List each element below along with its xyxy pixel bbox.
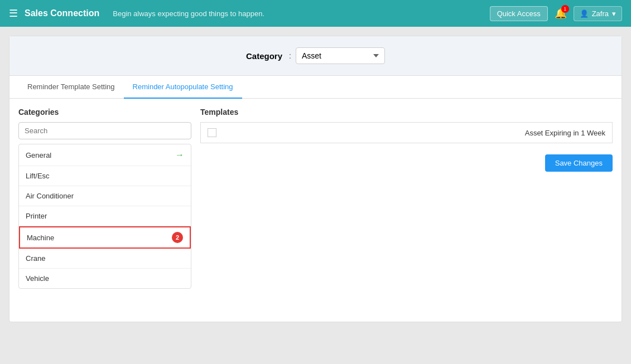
category-item-printer[interactable]: Printer [19, 206, 191, 226]
quick-access-button[interactable]: Quick Access [490, 6, 548, 21]
save-button-container: Save Changes [200, 149, 613, 172]
user-menu-button[interactable]: 👤 Zafra ▾ [574, 6, 622, 21]
category-badge: 2 [172, 232, 183, 243]
header-tagline: Begin always expecting good things to ha… [113, 9, 489, 18]
category-item-machine[interactable]: Machine 2 [19, 226, 191, 249]
categories-panel: Categories General → Lift/Esc Air Condit… [18, 108, 191, 313]
notification-badge: 1 [561, 5, 569, 13]
category-list: General → Lift/Esc Air Conditioner Print… [18, 144, 191, 289]
category-item-label: Air Conditioner [26, 192, 74, 200]
user-name: Zafra [592, 9, 609, 18]
category-item-general[interactable]: General → [19, 144, 191, 166]
category-item-label: General [26, 151, 51, 159]
category-item-label: Crane [26, 254, 45, 263]
template-row: Asset Expiring in 1 Week [200, 122, 613, 143]
menu-icon[interactable]: ☰ [9, 7, 18, 20]
category-item-air-conditioner[interactable]: Air Conditioner [19, 186, 191, 206]
notification-bell[interactable]: 🔔 1 [555, 7, 567, 20]
template-checkbox[interactable] [208, 128, 216, 137]
category-item-lift-esc[interactable]: Lift/Esc [19, 166, 191, 186]
category-item-vehicle[interactable]: Vehicle [19, 269, 191, 288]
category-item-label: Printer [26, 212, 47, 220]
content-area: Categories General → Lift/Esc Air Condit… [9, 99, 622, 322]
templates-panel-title: Templates [200, 108, 613, 117]
category-item-label: Vehicle [26, 274, 49, 283]
categories-panel-title: Categories [18, 108, 191, 117]
tab-reminder-template[interactable]: Reminder Template Setting [18, 76, 124, 99]
main-wrapper: Category : Asset General Lift/Esc Air Co… [0, 27, 631, 364]
app-header: ☰ Sales Connection Begin always expectin… [0, 0, 631, 27]
category-colon: : [289, 51, 291, 60]
app-logo: Sales Connection [25, 8, 99, 18]
save-changes-button[interactable]: Save Changes [545, 154, 613, 172]
category-label: Category [246, 51, 282, 61]
tab-reminder-autopopulate[interactable]: Reminder Autopopulate Setting [124, 76, 242, 99]
header-right: Quick Access 🔔 1 👤 Zafra ▾ [490, 6, 622, 21]
templates-panel: Templates Asset Expiring in 1 Week Save … [200, 108, 613, 313]
category-item-label: Lift/Esc [26, 172, 50, 180]
main-card: Category : Asset General Lift/Esc Air Co… [9, 36, 622, 322]
category-item-crane[interactable]: Crane [19, 249, 191, 269]
tabs-bar: Reminder Template Setting Reminder Autop… [9, 76, 622, 99]
category-selector: Category : Asset General Lift/Esc Air Co… [9, 36, 622, 76]
user-icon: 👤 [580, 9, 589, 18]
category-item-label: Machine [27, 234, 54, 242]
arrow-right-icon: → [175, 150, 184, 160]
template-name: Asset Expiring in 1 Week [525, 129, 605, 137]
search-input[interactable] [18, 122, 191, 139]
category-select[interactable]: Asset General Lift/Esc Air Conditioner P… [296, 47, 385, 64]
chevron-down-icon: ▾ [612, 9, 616, 18]
